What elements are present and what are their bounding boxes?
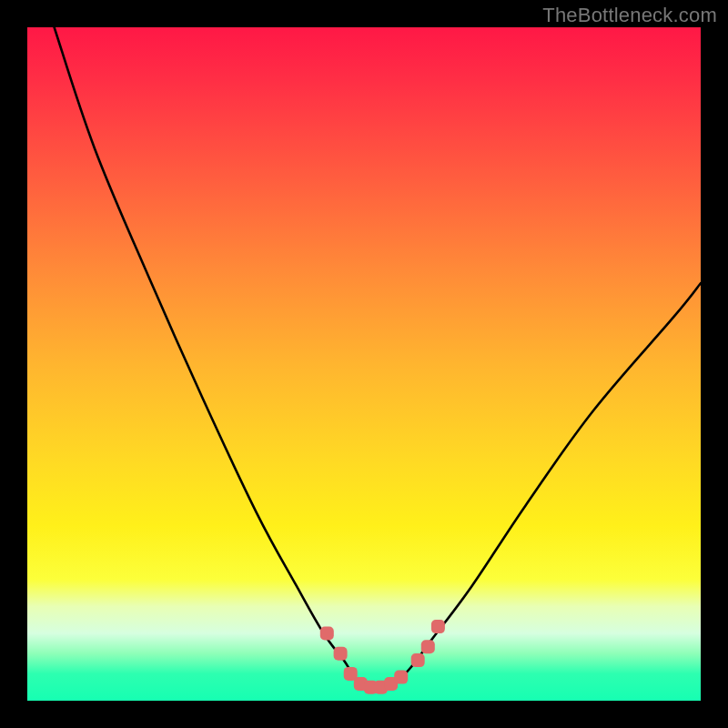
curve-marker [334, 647, 348, 661]
plot-area [27, 27, 701, 701]
chart-frame: TheBottleneck.com [0, 0, 728, 728]
curve-markers [320, 620, 445, 694]
chart-svg [27, 27, 701, 701]
curve-marker [431, 620, 445, 633]
curve-marker [421, 640, 435, 653]
watermark-text: TheBottleneck.com [542, 4, 717, 27]
bottleneck-curve [55, 27, 701, 688]
curve-marker [411, 653, 425, 667]
curve-marker [394, 671, 408, 684]
curve-marker [320, 627, 334, 641]
